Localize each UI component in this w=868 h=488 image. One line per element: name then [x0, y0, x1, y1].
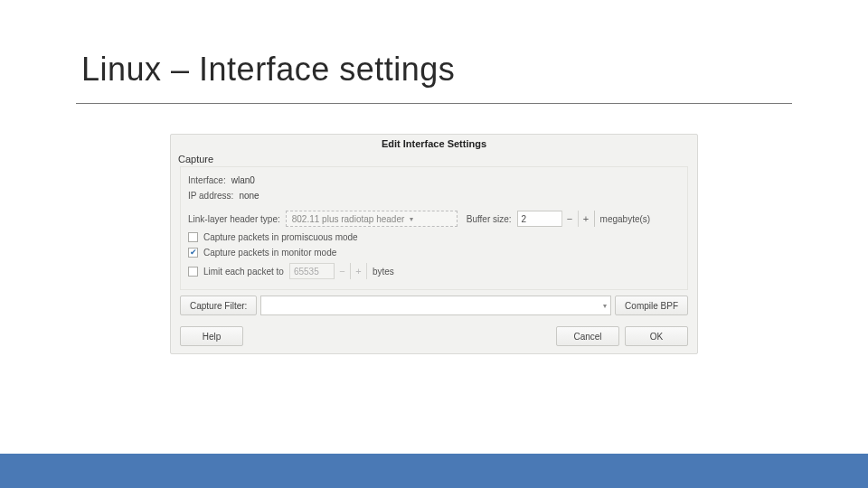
- limit-unit: bytes: [373, 267, 394, 277]
- ip-address-value: none: [239, 191, 259, 201]
- ip-address-label: IP address:: [188, 191, 233, 201]
- buffer-size-stepper[interactable]: − +: [517, 211, 595, 227]
- edit-interface-settings-dialog: Edit Interface Settings Capture Interfac…: [170, 134, 698, 354]
- limit-label: Limit each packet to: [203, 267, 284, 277]
- capture-group-label: Capture: [171, 151, 697, 166]
- buffer-size-input[interactable]: [518, 211, 561, 226]
- limit-increment[interactable]: +: [350, 263, 366, 279]
- limit-row: Limit each packet to − + bytes: [188, 260, 680, 282]
- dialog-button-bar: Help Cancel OK: [171, 321, 697, 353]
- interface-label: Interface:: [188, 175, 226, 185]
- limit-checkbox[interactable]: [188, 267, 198, 277]
- interface-value: wlan0: [231, 175, 255, 185]
- buffer-size-label: Buffer size:: [467, 214, 512, 224]
- interface-row: Interface: wlan0: [188, 173, 680, 188]
- limit-stepper[interactable]: − +: [289, 263, 367, 279]
- capture-filter-button[interactable]: Capture Filter:: [180, 296, 257, 315]
- monitor-checkbox[interactable]: [188, 248, 198, 258]
- capture-filter-combo[interactable]: ▾: [260, 296, 611, 315]
- promiscuous-checkbox[interactable]: [188, 232, 198, 242]
- monitor-label: Capture packets in monitor mode: [203, 248, 336, 258]
- buffer-size-increment[interactable]: +: [578, 211, 594, 227]
- linklayer-row: Link-layer header type: 802.11 plus radi…: [188, 203, 680, 230]
- ip-address-row: IP address: none: [188, 188, 680, 203]
- limit-input[interactable]: [290, 264, 334, 278]
- promiscuous-row: Capture packets in promiscuous mode: [188, 230, 680, 245]
- chevron-down-icon: ▾: [603, 302, 607, 310]
- help-button[interactable]: Help: [180, 326, 243, 346]
- buffer-size-unit: megabyte(s): [600, 214, 651, 224]
- compile-bpf-button[interactable]: Compile BPF: [615, 296, 688, 315]
- ok-button[interactable]: OK: [625, 326, 688, 346]
- linklayer-select-value: 802.11 plus radiotap header: [292, 214, 405, 224]
- monitor-row: Capture packets in monitor mode: [188, 245, 680, 260]
- buffer-size-decrement[interactable]: −: [561, 211, 578, 227]
- promiscuous-label: Capture packets in promiscuous mode: [203, 232, 358, 242]
- linklayer-label: Link-layer header type:: [188, 214, 280, 224]
- cancel-button[interactable]: Cancel: [556, 326, 619, 346]
- capture-group: Interface: wlan0 IP address: none Link-l…: [180, 166, 688, 290]
- limit-decrement[interactable]: −: [334, 263, 350, 279]
- dialog-title: Edit Interface Settings: [171, 135, 697, 151]
- button-bar-spacer: [249, 326, 551, 346]
- capture-filter-row: Capture Filter: ▾ Compile BPF: [180, 296, 688, 315]
- page-title: Linux – Interface settings: [81, 51, 455, 89]
- footer-band: [0, 454, 868, 488]
- chevron-down-icon: ▾: [410, 215, 413, 223]
- slide: Linux – Interface settings Edit Interfac…: [0, 0, 868, 488]
- title-underline: [76, 103, 792, 104]
- linklayer-select[interactable]: 802.11 plus radiotap header ▾: [286, 211, 458, 227]
